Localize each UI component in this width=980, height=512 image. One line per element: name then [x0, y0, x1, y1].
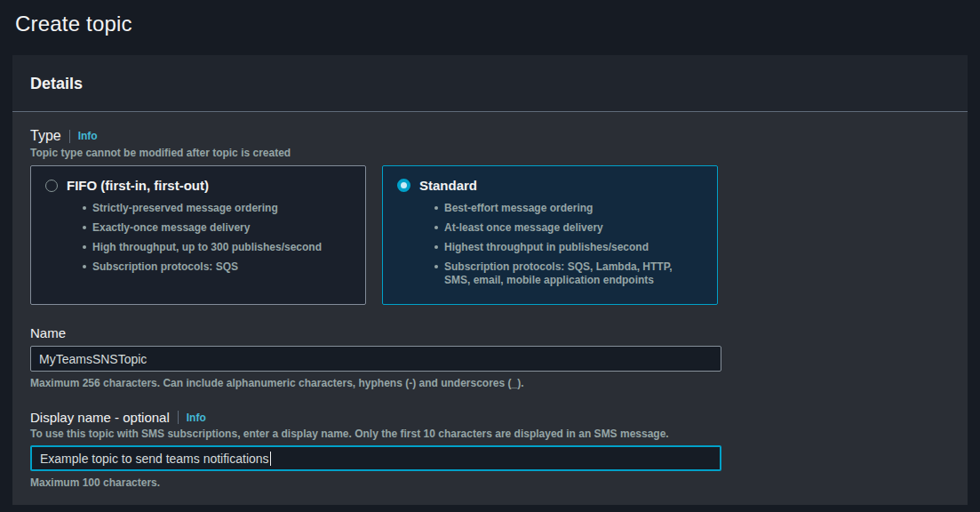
display-name-info-link[interactable]: Info — [187, 412, 206, 424]
bullet-item: Exactly-once message delivery — [83, 221, 340, 235]
details-heading: Details — [30, 75, 950, 93]
bullet-item: At-least once message delivery — [434, 221, 692, 235]
bullet-item: Highest throughput in publishes/second — [434, 241, 692, 254]
label-divider — [178, 411, 179, 424]
standard-option-bullets: Best-effort message ordering At-least on… — [434, 202, 703, 287]
bullet-item: High throughput, up to 300 publishes/sec… — [83, 241, 340, 254]
type-field: Type Info Topic type cannot be modified … — [30, 128, 950, 305]
details-panel-body: Type Info Topic type cannot be modified … — [12, 112, 968, 489]
bullet-item: Best-effort message ordering — [434, 202, 692, 215]
topic-type-options: FIFO (first-in, first-out) Strictly-pres… — [30, 165, 950, 305]
name-input[interactable] — [30, 346, 721, 372]
bullet-item: Subscription protocols: SQS — [83, 260, 340, 274]
standard-option-card[interactable]: Standard Best-effort message ordering At… — [382, 165, 718, 305]
label-divider — [69, 130, 70, 143]
details-panel-header: Details — [12, 55, 968, 112]
details-panel: Details Type Info Topic type cannot be m… — [12, 55, 968, 505]
display-name-label: Display name - optional — [30, 410, 170, 425]
fifo-option-bullets: Strictly-preserved message ordering Exac… — [83, 202, 351, 274]
display-name-field: Display name - optional Info To use this… — [30, 410, 950, 489]
name-hint: Maximum 256 characters. Can include alph… — [30, 377, 950, 389]
type-info-link[interactable]: Info — [78, 130, 98, 142]
type-label: Type — [30, 128, 61, 144]
standard-option-title: Standard — [419, 178, 477, 193]
display-name-input[interactable]: Example topic to send teams notification… — [30, 445, 721, 471]
fifo-radio-icon[interactable] — [45, 180, 58, 192]
page-title: Create topic — [0, 0, 980, 36]
bullet-item: Subscription protocols: SQS, Lambda, HTT… — [434, 260, 692, 287]
bullet-item: Strictly-preserved message ordering — [83, 202, 340, 215]
display-name-input-value: Example topic to send teams notification… — [40, 452, 269, 466]
name-field: Name Maximum 256 characters. Can include… — [30, 325, 950, 389]
text-cursor — [270, 452, 271, 466]
optional-label: optional — [123, 410, 170, 425]
standard-radio-icon[interactable] — [397, 179, 410, 192]
name-label: Name — [30, 325, 950, 340]
fifo-option-card[interactable]: FIFO (first-in, first-out) Strictly-pres… — [30, 165, 366, 305]
fifo-option-title: FIFO (first-in, first-out) — [67, 178, 209, 193]
display-name-hint: Maximum 100 characters. — [30, 476, 950, 489]
type-description: Topic type cannot be modified after topi… — [30, 147, 950, 159]
display-name-description: To use this topic with SMS subscriptions… — [30, 428, 950, 440]
